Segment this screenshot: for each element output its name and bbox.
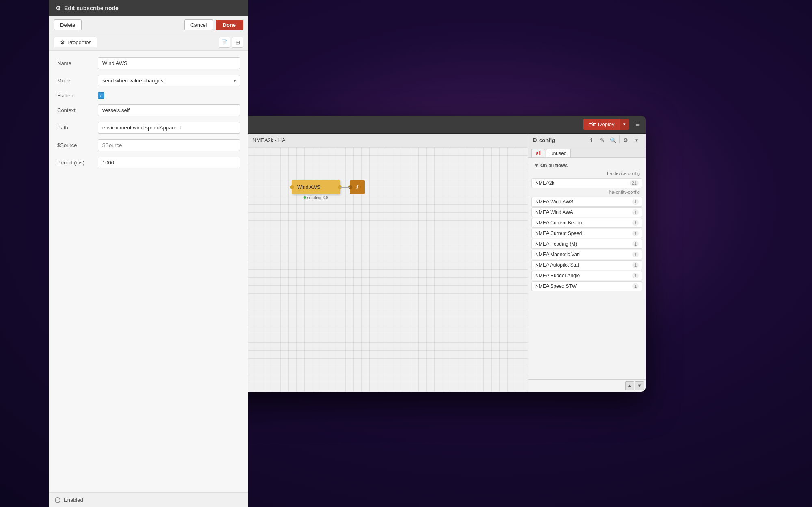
config-item[interactable]: NMEA Current Speed 1	[531, 229, 642, 238]
deploy-label: Deploy	[598, 121, 614, 127]
tab-unused[interactable]: unused	[546, 149, 571, 157]
config-item[interactable]: NMEA Current Bearin 1	[531, 218, 642, 228]
config-panel-icons: ℹ ✎ 🔍 ⚙ ▾	[586, 135, 641, 145]
config-item[interactable]: NMEA Wind AWS 1	[531, 197, 642, 207]
on-all-flows-header: ▼ On all flows	[531, 161, 642, 170]
source-field-container	[166, 139, 240, 151]
svg-point-10	[593, 124, 594, 126]
config-item[interactable]: NMEA Autopilot Stat 1	[531, 260, 642, 270]
menu-icon[interactable]: ≡	[635, 120, 640, 129]
app-window: Node-RED Deploy ▾ ≡	[166, 116, 646, 392]
collapse-button[interactable]: ▾	[632, 135, 641, 145]
config-item[interactable]: NMEA Speed STW 1	[531, 281, 642, 291]
svg-point-7	[592, 123, 593, 124]
deploy-dropdown-button[interactable]: ▾	[620, 119, 629, 130]
edit-node-dialog: ⚙ Edit subscribe node Delete Cancel Done…	[166, 134, 248, 392]
config-panel-body: ▼ On all flows ha-device-config NMEA2k 2…	[528, 158, 646, 379]
settings-button[interactable]: ⚙	[621, 135, 631, 145]
dialog-form: Name Mode send when value changes ▾	[166, 134, 248, 392]
flow-canvas: Wind AWS sending 3.6 f	[248, 147, 528, 392]
function-icon: f	[356, 184, 358, 190]
info-button[interactable]: ℹ	[586, 135, 596, 145]
period-field-row: Period (ms)	[166, 157, 240, 168]
config-item-name: NMEA Wind AWS	[535, 199, 573, 205]
source-input[interactable]	[166, 139, 240, 151]
config-item-name: NMEA Rudder Angle	[535, 273, 580, 278]
connection-svg	[248, 147, 528, 392]
deploy-button[interactable]: Deploy	[583, 119, 620, 130]
config-item-name: NMEA Autopilot Stat	[535, 262, 579, 268]
config-panel-footer: ▲ ▼	[528, 379, 646, 392]
tab-label: NMEA2k - HA	[253, 137, 285, 143]
config-item-name: NMEA Current Bearin	[535, 220, 582, 226]
config-item[interactable]: NMEA Wind AWA 1	[531, 207, 642, 217]
scroll-up-button[interactable]: ▲	[625, 381, 634, 390]
config-item-name: NMEA Heading (M)	[535, 241, 577, 247]
config-item[interactable]: NMEA2k 21	[531, 178, 642, 188]
source-field-row: $Source	[166, 139, 240, 151]
path-field-row: Path	[166, 134, 240, 134]
config-item-name: NMEA Magnetic Vari	[535, 252, 580, 257]
input-port	[348, 185, 352, 189]
collapse-icon: ▼	[534, 163, 539, 168]
scroll-down-button[interactable]: ▼	[635, 381, 644, 390]
config-item-name: NMEA Speed STW	[535, 283, 577, 289]
period-input[interactable]	[166, 157, 240, 168]
config-item-count: 1	[632, 241, 639, 247]
period-field-container	[166, 157, 240, 168]
config-item[interactable]: NMEA Heading (M) 1	[531, 239, 642, 249]
input-port	[290, 185, 294, 189]
config-item-count: 1	[632, 273, 639, 278]
config-item-count: 1	[632, 231, 639, 236]
config-item-name: NMEA Wind AWA	[535, 209, 573, 215]
config-item-name: NMEA2k	[535, 180, 554, 186]
config-item-count: 1	[632, 283, 639, 289]
section-title: On all flows	[540, 163, 568, 168]
ha-device-config-label: ha-device-config	[531, 170, 642, 177]
function-node[interactable]: f	[350, 180, 365, 194]
config-item[interactable]: NMEA Magnetic Vari 1	[531, 250, 642, 259]
config-item-count: 1	[632, 252, 639, 257]
edit-button[interactable]: ✎	[597, 135, 607, 145]
config-panel: ⚙ config ℹ ✎ 🔍 ⚙ ▾ all unused	[528, 134, 646, 392]
gear-icon: ⚙	[532, 137, 537, 143]
path-field-container	[166, 134, 240, 134]
path-input[interactable]	[166, 134, 240, 134]
node-status: sending 3.6	[304, 196, 328, 200]
config-panel-title: ⚙ config	[532, 137, 555, 143]
status-indicator	[304, 196, 306, 199]
node-label: Wind AWS	[292, 184, 326, 190]
output-port	[338, 185, 342, 189]
wind-aws-node[interactable]: Wind AWS sending 3.6	[292, 180, 340, 194]
config-panel-header: ⚙ config ℹ ✎ 🔍 ⚙ ▾	[528, 134, 646, 147]
search-button[interactable]: 🔍	[608, 135, 618, 145]
config-item-count: 1	[632, 209, 639, 215]
divider	[619, 135, 620, 143]
ha-entity-config-label: ha-entity-config	[531, 189, 642, 196]
status-text: sending 3.6	[307, 196, 328, 200]
config-item-count: 1	[632, 262, 639, 268]
config-item-count: 1	[632, 199, 639, 205]
canvas-tab[interactable]: NMEA2k - HA	[248, 134, 528, 147]
config-title-label: config	[539, 137, 555, 143]
config-panel-tabs: all unused	[528, 147, 646, 158]
config-item-name: NMEA Current Speed	[535, 231, 582, 236]
tab-all[interactable]: all	[531, 149, 545, 157]
config-item[interactable]: NMEA Rudder Angle 1	[531, 271, 642, 280]
config-item-count: 21	[630, 180, 639, 186]
config-item-count: 1	[632, 220, 639, 226]
